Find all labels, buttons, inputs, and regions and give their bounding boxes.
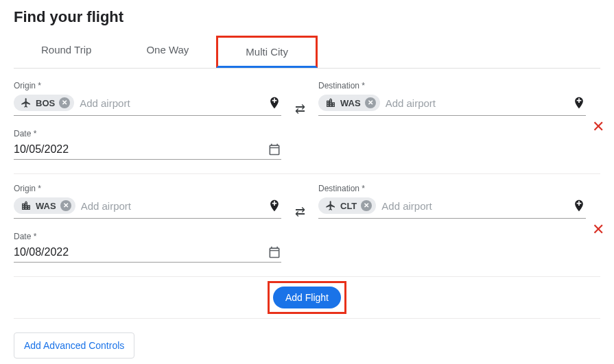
advanced-controls-button[interactable]: Add Advanced Controls: [14, 332, 134, 359]
swap-icon[interactable]: ⇄: [295, 101, 305, 117]
remove-segment-icon[interactable]: ✕: [592, 221, 604, 239]
add-flight-button[interactable]: Add Flight: [273, 287, 341, 308]
origin-chip-remove-icon[interactable]: ✕: [59, 97, 70, 108]
destination-chip-code: WAS: [340, 98, 361, 108]
date-field[interactable]: [14, 245, 281, 263]
add-flight-row: Add Flight: [14, 276, 600, 319]
destination-field[interactable]: CLT ✕: [318, 197, 586, 219]
origin-field[interactable]: WAS ✕: [14, 197, 281, 219]
destination-chip-remove-icon[interactable]: ✕: [365, 97, 376, 108]
origin-chip[interactable]: BOS ✕: [14, 95, 74, 111]
add-origin-pin-icon[interactable]: [268, 199, 281, 213]
origin-chip[interactable]: WAS ✕: [14, 197, 75, 214]
destination-input[interactable]: [381, 200, 567, 212]
origin-chip-code: BOS: [36, 98, 55, 108]
destination-chip-code: CLT: [340, 201, 357, 211]
destination-field[interactable]: WAS ✕: [318, 95, 586, 116]
destination-chip[interactable]: WAS ✕: [318, 95, 380, 111]
origin-chip-code: WAS: [36, 201, 56, 211]
city-icon: [21, 200, 32, 211]
date-field[interactable]: [14, 143, 281, 160]
destination-label: Destination *: [318, 184, 586, 193]
destination-label: Destination *: [318, 81, 586, 90]
segment-divider: [14, 173, 600, 174]
origin-chip-remove-icon[interactable]: ✕: [60, 200, 71, 211]
destination-input[interactable]: [386, 97, 567, 109]
add-flight-highlight: Add Flight: [268, 281, 346, 314]
origin-field[interactable]: BOS ✕: [14, 95, 281, 116]
remove-segment-icon[interactable]: ✕: [592, 118, 604, 136]
add-origin-pin-icon[interactable]: [268, 96, 281, 110]
tab-multi-city[interactable]: Multi City: [216, 36, 318, 68]
add-destination-pin-icon[interactable]: [572, 96, 586, 110]
airplane-icon: [325, 200, 336, 211]
flight-segment-1: Origin * BOS ✕ ⇄ Destination *: [14, 80, 600, 117]
flight-segment-2: Origin * WAS ✕ ⇄ Destination *: [14, 182, 600, 219]
calendar-icon[interactable]: [268, 245, 281, 259]
origin-label: Origin *: [14, 81, 281, 90]
origin-input[interactable]: [81, 200, 262, 212]
date-input[interactable]: [14, 143, 262, 156]
airplane-icon: [21, 97, 32, 108]
date-label: Date *: [14, 232, 281, 241]
date-input[interactable]: [14, 246, 262, 258]
city-icon: [325, 97, 336, 108]
trip-type-tabs: Round Trip One Way Multi City: [14, 36, 600, 69]
origin-label: Origin *: [14, 184, 281, 193]
destination-chip-remove-icon[interactable]: ✕: [361, 200, 372, 211]
date-label: Date *: [14, 129, 281, 138]
page-title: Find your flight: [14, 8, 600, 26]
calendar-icon[interactable]: [268, 143, 281, 156]
swap-icon[interactable]: ⇄: [295, 204, 305, 219]
origin-input[interactable]: [80, 97, 262, 109]
add-destination-pin-icon[interactable]: [572, 199, 586, 213]
tab-one-way[interactable]: One Way: [119, 36, 216, 68]
destination-chip[interactable]: CLT ✕: [318, 197, 376, 214]
tab-round-trip[interactable]: Round Trip: [14, 36, 119, 68]
